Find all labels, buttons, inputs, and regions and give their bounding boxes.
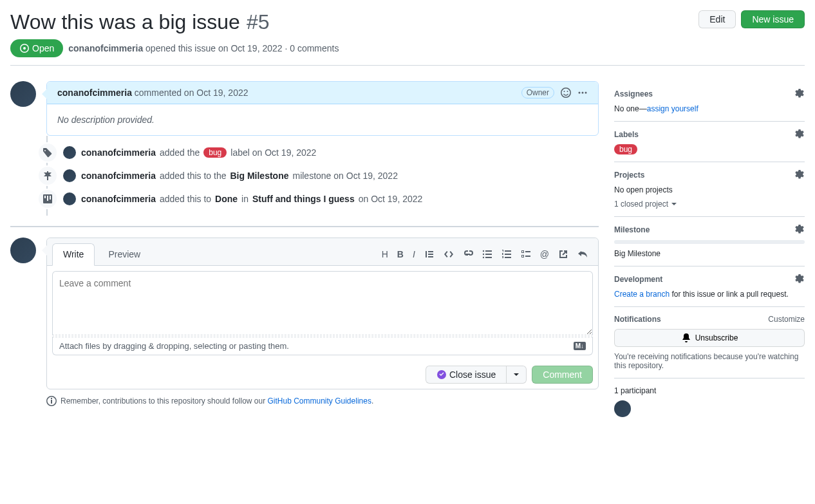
attach-hint[interactable]: Attach files by dragging & dropping, sel… (52, 337, 593, 355)
avatar[interactable] (63, 146, 76, 159)
unsubscribe-button[interactable]: Unsubscribe (614, 329, 805, 347)
gear-icon[interactable] (794, 225, 805, 235)
milestone-icon (37, 165, 58, 186)
reply-icon[interactable] (577, 249, 588, 259)
link-icon[interactable] (463, 249, 473, 259)
issue-open-icon (19, 43, 30, 53)
svg-point-6 (483, 257, 484, 258)
chevron-down-icon (513, 371, 520, 378)
development-header[interactable]: Development (614, 274, 805, 285)
milestone-link[interactable]: Big Milestone (614, 249, 805, 258)
bug-label[interactable]: bug (614, 144, 637, 154)
avatar[interactable] (63, 169, 76, 182)
markdown-icon[interactable]: M↓ (574, 342, 586, 350)
assignees-header[interactable]: Assignees (614, 89, 805, 99)
issue-title: Wow this was a big issue (10, 10, 240, 34)
svg-point-2 (582, 92, 584, 94)
tag-icon (37, 142, 58, 163)
new-issue-button[interactable]: New issue (741, 10, 805, 28)
tab-write[interactable]: Write (52, 243, 95, 266)
bug-label[interactable]: bug (203, 147, 227, 158)
gear-icon[interactable] (794, 129, 805, 140)
comment-textarea[interactable] (52, 271, 593, 335)
list-ul-icon[interactable] (482, 249, 492, 259)
participants-count: 1 participant (614, 386, 805, 395)
svg-point-1 (579, 92, 581, 94)
chevron-down-icon (671, 201, 677, 207)
subscription-note: You're receiving notifications because y… (614, 352, 805, 370)
assignees-content: No one—assign yourself (614, 104, 805, 113)
avatar[interactable] (10, 238, 36, 263)
gear-icon[interactable] (794, 274, 805, 285)
list-ol-icon[interactable] (501, 249, 512, 259)
author-link[interactable]: conanofcimmeria (81, 194, 156, 204)
quote-icon[interactable] (424, 249, 435, 259)
kebab-icon[interactable] (577, 88, 588, 98)
svg-point-3 (585, 92, 587, 94)
edit-button[interactable]: Edit (698, 10, 736, 28)
milestone-header[interactable]: Milestone (614, 225, 805, 235)
info-icon (46, 396, 57, 406)
gear-icon[interactable] (794, 170, 805, 180)
project-icon (37, 189, 58, 209)
projects-header[interactable]: Projects (614, 170, 805, 180)
assign-yourself-link[interactable]: assign yourself (647, 104, 698, 113)
comment-body: No description provided. (47, 104, 598, 135)
avatar[interactable] (63, 192, 76, 205)
labels-header[interactable]: Labels (614, 129, 805, 140)
comment-author[interactable]: conanofcimmeria (57, 88, 132, 98)
close-issue-button[interactable]: Close issue (426, 366, 507, 384)
milestone-progress (614, 240, 805, 244)
project-link[interactable]: Stuff and things I guess (252, 194, 355, 204)
issue-meta: conanofcimmeria opened this issue on Oct… (68, 43, 339, 53)
issue-closed-icon (436, 369, 447, 380)
projects-none: No open projects (614, 185, 805, 194)
svg-point-0 (23, 47, 26, 50)
svg-point-5 (483, 254, 484, 255)
comment-form: Write Preview H B I @ (46, 238, 599, 389)
closed-projects-toggle[interactable]: 1 closed project (614, 200, 805, 209)
tab-preview[interactable]: Preview (97, 243, 151, 265)
avatar[interactable] (10, 81, 36, 107)
avatar[interactable] (614, 400, 631, 417)
code-icon[interactable] (444, 249, 454, 259)
customize-link[interactable]: Customize (768, 315, 805, 324)
comment-timestamp: commented on Oct 19, 2022 (132, 88, 248, 98)
milestone-link[interactable]: Big Milestone (230, 171, 288, 181)
create-branch-link[interactable]: Create a branch (614, 290, 670, 299)
bell-slash-icon (681, 333, 691, 343)
author-link[interactable]: conanofcimmeria (68, 43, 143, 53)
comment-button[interactable]: Comment (532, 366, 593, 384)
italic-icon[interactable]: I (413, 249, 415, 259)
author-link[interactable]: conanofcimmeria (81, 147, 156, 158)
emoji-icon[interactable] (561, 88, 571, 98)
heading-icon[interactable]: H (382, 249, 388, 259)
bold-icon[interactable]: B (397, 249, 404, 259)
notifications-header: NotificationsCustomize (614, 315, 805, 324)
close-issue-dropdown[interactable] (507, 366, 527, 384)
crossref-icon[interactable] (558, 249, 568, 259)
status-badge: Open (10, 39, 63, 57)
author-link[interactable]: conanofcimmeria (81, 171, 156, 181)
tasklist-icon[interactable] (521, 249, 531, 259)
mention-icon[interactable]: @ (540, 249, 549, 259)
issue-number: #5 (247, 10, 270, 34)
owner-badge: Owner (521, 87, 554, 98)
guidelines-link[interactable]: GitHub Community Guidelines (268, 397, 371, 406)
comment-box: conanofcimmeria commented on Oct 19, 202… (46, 81, 599, 136)
svg-point-4 (483, 250, 484, 252)
gear-icon[interactable] (794, 89, 805, 99)
